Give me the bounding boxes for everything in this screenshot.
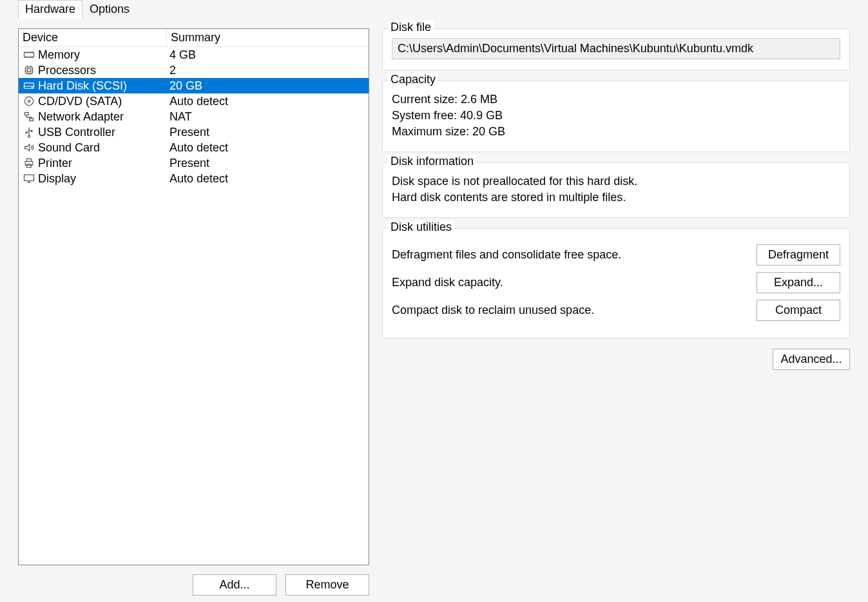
device-summary: 2: [167, 64, 369, 77]
tab-hardware[interactable]: Hardware: [18, 0, 82, 19]
content-area: Device Summary Memory 4 GB Processors 2: [0, 19, 868, 596]
device-summary: Present: [167, 126, 369, 139]
util-row-compact: Compact disk to reclaim unused space. Co…: [392, 300, 840, 321]
disk-info-group: Disk information Disk space is not preal…: [382, 162, 850, 218]
device-name: Printer: [38, 157, 72, 170]
disk-file-group: Disk file: [382, 28, 850, 70]
device-summary: Present: [167, 157, 369, 170]
device-row-processors[interactable]: Processors 2: [19, 63, 369, 78]
capacity-current-value: 2.6 MB: [461, 93, 497, 106]
sound-icon: [21, 141, 37, 155]
compact-button[interactable]: Compact: [757, 300, 840, 321]
cpu-icon: [21, 63, 37, 77]
compact-text: Compact disk to reclaim unused space.: [392, 304, 594, 317]
expand-button[interactable]: Expand...: [757, 272, 840, 293]
disk-file-path[interactable]: [392, 38, 840, 59]
capacity-free-value: 40.9 GB: [460, 109, 503, 122]
svg-point-6: [28, 100, 30, 102]
device-name: Network Adapter: [38, 110, 124, 124]
harddisk-icon: [21, 79, 37, 93]
header-device[interactable]: Device: [19, 29, 167, 46]
device-summary: 20 GB: [167, 79, 369, 93]
device-name: Memory: [38, 48, 80, 62]
right-panel: Disk file Capacity Current size: 2.6 MB …: [382, 19, 850, 596]
left-panel: Device Summary Memory 4 GB Processors 2: [18, 19, 369, 596]
remove-button[interactable]: Remove: [285, 574, 369, 596]
svg-rect-10: [27, 159, 32, 161]
advanced-row: Advanced...: [382, 349, 850, 370]
capacity-max-value: 20 GB: [472, 125, 505, 138]
disk-info-line2: Hard disk contents are stored in multipl…: [392, 191, 840, 204]
svg-rect-1: [26, 67, 32, 73]
tab-options[interactable]: Options: [82, 0, 137, 19]
header-summary[interactable]: Summary: [167, 29, 369, 46]
svg-rect-2: [28, 69, 31, 72]
svg-rect-8: [30, 119, 34, 121]
add-button[interactable]: Add...: [193, 574, 276, 596]
display-icon: [21, 171, 37, 186]
capacity-max: Maximum size: 20 GB: [392, 125, 840, 139]
defragment-button[interactable]: Defragment: [757, 244, 840, 266]
svg-rect-9: [25, 162, 33, 166]
device-name: Processors: [38, 64, 96, 77]
disk-file-title: Disk file: [388, 21, 434, 34]
capacity-free: System free: 40.9 GB: [392, 109, 840, 122]
device-summary: NAT: [167, 110, 369, 124]
device-name: CD/DVD (SATA): [38, 95, 122, 108]
usb-icon: [21, 125, 37, 139]
svg-rect-0: [24, 53, 34, 57]
capacity-group: Capacity Current size: 2.6 MB System fre…: [382, 81, 850, 152]
svg-rect-12: [24, 175, 34, 180]
device-row-display[interactable]: Display Auto detect: [19, 171, 369, 186]
svg-point-5: [24, 97, 33, 105]
disc-icon: [21, 94, 37, 108]
disk-info-line1: Disk space is not preallocated for this …: [392, 175, 840, 188]
util-row-defrag: Defragment files and consolidate free sp…: [392, 244, 840, 266]
device-row-network[interactable]: Network Adapter NAT: [19, 109, 369, 124]
device-row-memory[interactable]: Memory 4 GB: [19, 47, 369, 63]
device-summary: Auto detect: [167, 95, 369, 108]
advanced-button[interactable]: Advanced...: [773, 349, 850, 370]
capacity-max-label: Maximum size:: [392, 125, 469, 138]
disk-utils-group: Disk utilities Defragment files and cons…: [382, 228, 850, 338]
device-summary: 4 GB: [167, 48, 369, 62]
device-row-printer[interactable]: Printer Present: [19, 155, 369, 171]
tabs-bar: Hardware Options: [0, 0, 868, 19]
device-table: Device Summary Memory 4 GB Processors 2: [18, 28, 369, 565]
svg-rect-11: [27, 164, 32, 168]
device-name: Hard Disk (SCSI): [38, 79, 127, 93]
capacity-title: Capacity: [388, 73, 438, 86]
expand-text: Expand disk capacity.: [392, 276, 503, 289]
util-row-expand: Expand disk capacity. Expand...: [392, 272, 840, 293]
device-summary: Auto detect: [167, 172, 369, 186]
device-row-sound[interactable]: Sound Card Auto detect: [19, 140, 369, 155]
defrag-text: Defragment files and consolidate free sp…: [392, 248, 621, 262]
capacity-free-label: System free:: [392, 109, 457, 122]
printer-icon: [21, 156, 37, 170]
device-row-harddisk[interactable]: Hard Disk (SCSI) 20 GB: [19, 78, 369, 93]
capacity-current-label: Current size:: [392, 93, 458, 106]
network-icon: [21, 110, 37, 124]
capacity-current: Current size: 2.6 MB: [392, 93, 840, 106]
device-table-header: Device Summary: [19, 29, 369, 47]
device-name: Display: [38, 172, 76, 186]
left-button-row: Add... Remove: [18, 565, 369, 596]
disk-utils-title: Disk utilities: [388, 220, 454, 234]
device-summary: Auto detect: [167, 141, 369, 155]
device-name: Sound Card: [38, 141, 100, 155]
svg-rect-7: [24, 112, 28, 115]
device-row-cddvd[interactable]: CD/DVD (SATA) Auto detect: [19, 93, 369, 109]
memory-icon: [21, 48, 37, 62]
svg-point-4: [32, 87, 32, 88]
device-row-usb[interactable]: USB Controller Present: [19, 124, 369, 140]
device-name: USB Controller: [38, 126, 115, 139]
disk-info-title: Disk information: [388, 155, 476, 168]
